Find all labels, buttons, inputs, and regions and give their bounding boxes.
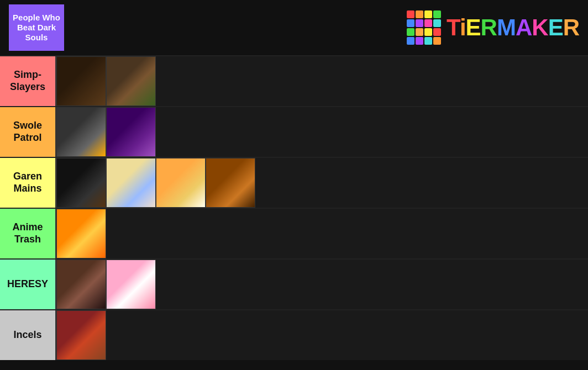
logo-cell-1 [416, 10, 423, 18]
logo-grid [407, 10, 441, 45]
logo-cell-0 [407, 10, 414, 18]
tier-item-img-knight [57, 108, 106, 156]
tierlist-container: People Who Beat Dark Souls TiERMAKER Sim… [0, 0, 588, 370]
logo-cell-7 [433, 19, 441, 27]
tier-item-pirate[interactable] [106, 107, 156, 157]
tier-row-incels: Incels [0, 309, 588, 360]
logo-cell-14 [424, 37, 432, 45]
tier-item-knight[interactable] [56, 107, 106, 157]
tier-item-img-pink-girl [107, 260, 155, 309]
tier-row-heresy: HERESY [0, 258, 588, 309]
tier-row-swole-patrol: Swole Patrol [0, 106, 588, 157]
logo-cell-5 [416, 19, 423, 27]
tier-item-pink-girl[interactable] [106, 260, 156, 309]
tier-items-simp-slayers [55, 56, 588, 106]
tier-label-anime-trash: Anime Trash [0, 209, 55, 258]
tier-label-simp-slayers: Simp-Slayers [0, 56, 55, 106]
tier-item-martin-luther[interactable] [56, 56, 106, 106]
tier-label-swole-patrol: Swole Patrol [0, 107, 55, 157]
tier-item-img-snape [57, 158, 106, 207]
tier-item-lorax[interactable] [156, 158, 206, 208]
header-title-text: People Who Beat Dark Souls [9, 13, 64, 43]
tier-items-garen-mains [55, 158, 588, 208]
tier-item-img-creature [206, 158, 255, 207]
tier-items-swole-patrol [55, 107, 588, 157]
logo-cell-4 [407, 19, 414, 27]
tier-row-simp-slayers: Simp-Slayers [0, 55, 588, 106]
tier-item-img-kratos [57, 260, 106, 309]
logo-cell-3 [433, 10, 441, 18]
tier-row-anime-trash: Anime Trash [0, 208, 588, 258]
tier-item-jimmy[interactable] [106, 158, 156, 208]
logo-cell-10 [424, 28, 432, 36]
logo-text: TiERMAKER [447, 14, 579, 41]
tier-item-kratos[interactable] [56, 260, 106, 309]
tier-label-heresy: HERESY [0, 260, 55, 309]
header-title: People Who Beat Dark Souls [9, 4, 64, 51]
tier-item-naruto[interactable] [56, 209, 106, 258]
tier-item-img-lorax [156, 158, 205, 207]
logo-cell-6 [424, 19, 432, 27]
logo-cell-11 [433, 28, 441, 36]
tier-item-img-pirate [107, 108, 155, 156]
tier-item-snape[interactable] [56, 158, 106, 208]
tier-item-bear[interactable] [106, 56, 156, 106]
tier-items-heresy [55, 260, 588, 309]
logo-cell-13 [416, 37, 423, 45]
logo-cell-12 [407, 37, 414, 45]
tier-item-img-bird-man [57, 311, 106, 360]
tier-item-img-bear [107, 57, 155, 105]
tier-item-creature[interactable] [206, 158, 255, 208]
tier-items-incels [55, 310, 588, 360]
tier-item-img-naruto [57, 209, 106, 258]
tier-table: Simp-SlayersSwole PatrolGaren MainsAnime… [0, 55, 588, 370]
tier-item-img-martin-luther [57, 57, 106, 105]
logo-cell-9 [416, 28, 423, 36]
logo-cell-15 [433, 37, 441, 45]
tiermaker-logo: TiERMAKER [407, 10, 579, 45]
tier-label-garen-mains: Garen Mains [0, 158, 55, 208]
tier-label-incels: Incels [0, 310, 55, 360]
logo-cell-2 [424, 10, 432, 18]
header-row: People Who Beat Dark Souls TiERMAKER [0, 0, 588, 55]
tier-items-anime-trash [55, 209, 588, 258]
tier-row-garen-mains: Garen Mains [0, 157, 588, 208]
tier-item-bird-man[interactable] [56, 310, 106, 360]
logo-cell-8 [407, 28, 414, 36]
tier-item-img-jimmy [107, 158, 155, 207]
